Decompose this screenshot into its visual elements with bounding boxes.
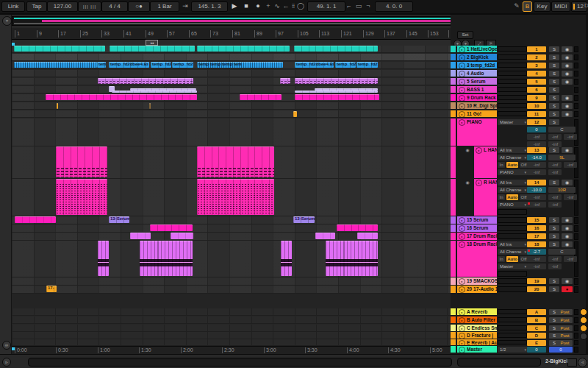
inf1-cell-r-hand[interactable]: -inf bbox=[527, 202, 546, 208]
clip-10-r-digi-spi[interactable] bbox=[149, 103, 151, 109]
monitor-auto-button-l-hand[interactable]: Auto bbox=[506, 162, 518, 168]
num-cell-d-fracture[interactable]: D bbox=[527, 333, 546, 339]
time-signature-field[interactable]: 4 / 4 bbox=[101, 1, 128, 12]
vol-cell-18-drum-rack[interactable]: -2.7 bbox=[527, 249, 546, 255]
track-activator-icon[interactable]: ▸ bbox=[459, 46, 465, 52]
track-name-19-smackos[interactable]: ▸19 SMACKOS bbox=[457, 277, 497, 285]
spk-cell-11-go[interactable]: ◉ bbox=[562, 111, 573, 117]
track-color-tab-r-hand[interactable] bbox=[451, 179, 456, 216]
num-cell-l-hand[interactable]: 13 bbox=[527, 147, 546, 153]
track-color-tab-d-fracture[interactable] bbox=[451, 332, 456, 339]
spk-cell-4-audio[interactable]: ◉ bbox=[562, 71, 573, 77]
clip-15-serum[interactable]: 13-Serum bbox=[293, 216, 315, 223]
monitor-button[interactable] bbox=[580, 333, 587, 340]
clip-3-temp-fd2d[interactable]: temp_fd2 bbox=[151, 62, 171, 68]
routing-select-l-hand[interactable]: All Ins▾ bbox=[498, 147, 528, 153]
s-cell-2-bigkick[interactable]: S bbox=[549, 54, 559, 60]
track-color-tab-a-reverb[interactable] bbox=[451, 308, 456, 315]
clip-17-drum-rack[interactable] bbox=[357, 233, 378, 239]
inf2-cell-18-drum-rack[interactable]: -inf bbox=[548, 256, 562, 262]
nudge-buttons[interactable]: ||| ||| bbox=[78, 1, 101, 12]
spk-cell-16-serum[interactable]: ◉ bbox=[562, 225, 573, 231]
clip-r-hand[interactable] bbox=[197, 179, 274, 215]
clip-1-hatliveope[interactable] bbox=[197, 46, 290, 52]
loop-toggle-icon[interactable]: ▭ bbox=[354, 1, 363, 11]
arrangement-position-field[interactable]: 145. 1. 3 bbox=[191, 1, 228, 12]
s-cell-l-hand[interactable]: S bbox=[549, 147, 559, 153]
clip-20-17-audio-1[interactable]: 17- bbox=[46, 286, 57, 292]
track-lane-9-drum-rack[interactable] bbox=[12, 94, 451, 102]
track-color-tab-19-smackos[interactable] bbox=[451, 277, 456, 285]
spk-cell-10-r-digi-spi[interactable]: ◉ bbox=[562, 103, 573, 109]
monitor-auto-button-18-drum-rack[interactable]: Auto bbox=[506, 256, 518, 262]
clip-3-temp-fd2d[interactable]: temp_fd2 bbox=[335, 62, 356, 68]
track-activator-icon[interactable]: ▸ bbox=[459, 325, 465, 331]
overdub-button[interactable]: + bbox=[265, 1, 272, 11]
track-activator-icon[interactable]: ▸ bbox=[459, 347, 465, 353]
clip-r-hand[interactable] bbox=[56, 179, 107, 215]
clip-16-serum[interactable] bbox=[150, 224, 193, 231]
group-fold-icon[interactable]: ▸ bbox=[459, 119, 465, 126]
pan-cell-r-hand[interactable]: 10R bbox=[548, 187, 576, 193]
clip-15-serum[interactable]: 13-Serum bbox=[109, 216, 129, 223]
beat-time-ruler[interactable]: 1917253341495765738189971051131211291371… bbox=[12, 28, 451, 40]
track-name-11-go[interactable]: ▸11 Go! bbox=[457, 110, 497, 117]
key-map-button[interactable]: Key bbox=[534, 1, 551, 12]
pan-cell-l-hand[interactable]: 9L bbox=[548, 155, 576, 160]
fold-icon[interactable]: ◉ bbox=[463, 179, 472, 186]
clip-9-drum-rack[interactable] bbox=[295, 94, 379, 100]
monitor-in-button-18-drum-rack[interactable]: In bbox=[498, 256, 505, 262]
track-name-l-hand[interactable]: ▸L HAND bbox=[474, 146, 497, 178]
record-button[interactable]: ● bbox=[253, 1, 263, 11]
s-cell-11-go[interactable]: S bbox=[549, 111, 559, 117]
s-cell-20-17-audio-1[interactable]: S bbox=[549, 286, 559, 292]
num-cell-bass-1[interactable]: 6 bbox=[527, 87, 546, 93]
inf2-cell-piano[interactable]: -inf bbox=[548, 141, 562, 147]
tap-tempo-button[interactable]: Tap bbox=[26, 1, 47, 12]
clip-5-serum[interactable] bbox=[295, 78, 378, 84]
spk-cell-3-temp-fd2d[interactable]: ◉ bbox=[562, 63, 573, 68]
clip-l-hand[interactable] bbox=[197, 146, 274, 177]
clip-18-drum-rack[interactable] bbox=[140, 241, 193, 276]
routing-select-r-hand[interactable]: All Channe▾ bbox=[498, 187, 528, 193]
s-cell-17-drum-rack[interactable]: S bbox=[549, 233, 559, 239]
track-activator-icon[interactable]: ▸ bbox=[459, 71, 465, 77]
s-cell-piano[interactable]: S bbox=[549, 119, 559, 125]
spk-cell-15-serum[interactable]: ◉ bbox=[562, 217, 573, 223]
clip-18-drum-rack[interactable] bbox=[98, 241, 109, 276]
track-name-10-r-digi-spi[interactable]: ▸10 R_Digi Spi bbox=[457, 102, 497, 109]
post-cell-e-reverb-au[interactable]: Post bbox=[557, 340, 573, 346]
track-color-tab-10-r-digi-spi[interactable] bbox=[451, 102, 456, 109]
clip-17-drum-rack[interactable] bbox=[315, 233, 335, 239]
spk-cell-l-hand[interactable]: ◉ bbox=[562, 147, 573, 153]
clip-l-hand[interactable] bbox=[56, 146, 107, 177]
inf2-cell-r-hand[interactable]: -inf bbox=[548, 202, 562, 208]
track-color-tab-bass-1[interactable] bbox=[451, 86, 456, 93]
vol-cell-l-hand[interactable]: -14.0 bbox=[527, 155, 546, 160]
track-activator-icon[interactable]: ▸ bbox=[459, 309, 465, 315]
inf1-cell-piano[interactable]: -inf bbox=[527, 134, 546, 140]
track-name-16-serum[interactable]: ▸16 Serum bbox=[457, 224, 497, 232]
track-color-tab-c-endless-sm[interactable] bbox=[451, 325, 456, 331]
track-lane-bass-1[interactable] bbox=[12, 86, 451, 93]
clip-3-temp-fd2d[interactable]: temp_fd2dbee4.Big bbox=[295, 62, 334, 68]
track-activator-icon[interactable]: ▸ bbox=[476, 147, 482, 154]
routing-select-l-hand[interactable]: PIANO▾ bbox=[498, 169, 528, 175]
loop-brace[interactable]: ▸◂ bbox=[146, 40, 158, 46]
track-color-tab-master[interactable] bbox=[451, 346, 456, 353]
num-cell-4-audio[interactable]: 4 bbox=[527, 71, 546, 77]
loop-start-field[interactable]: 49. 1. 1 bbox=[307, 1, 345, 12]
track-lane-4-audio[interactable] bbox=[12, 70, 451, 77]
clip-3-temp-fd2d[interactable]: tem bbox=[97, 62, 106, 68]
vol-cell-piano[interactable]: 0 bbox=[527, 127, 546, 132]
track-lane-r-hand[interactable] bbox=[12, 179, 451, 216]
s-cell-18-drum-rack[interactable]: S bbox=[549, 241, 559, 247]
num-cell-3-temp-fd2d[interactable]: 3 bbox=[527, 63, 546, 68]
track-activator-icon[interactable]: ▸ bbox=[459, 63, 465, 68]
track-lane-17-drum-rack[interactable] bbox=[12, 233, 451, 241]
s-cell-bass-1[interactable]: S bbox=[549, 87, 559, 93]
loop-switch-icon[interactable]: ◯ bbox=[297, 1, 304, 11]
track-name-18-drum-rack[interactable]: ▸18 Drum Rack bbox=[457, 241, 497, 277]
inf1-cell-l-hand[interactable]: -inf bbox=[527, 162, 546, 168]
spk-cell-17-drum-rack[interactable]: ◉ bbox=[562, 233, 573, 239]
